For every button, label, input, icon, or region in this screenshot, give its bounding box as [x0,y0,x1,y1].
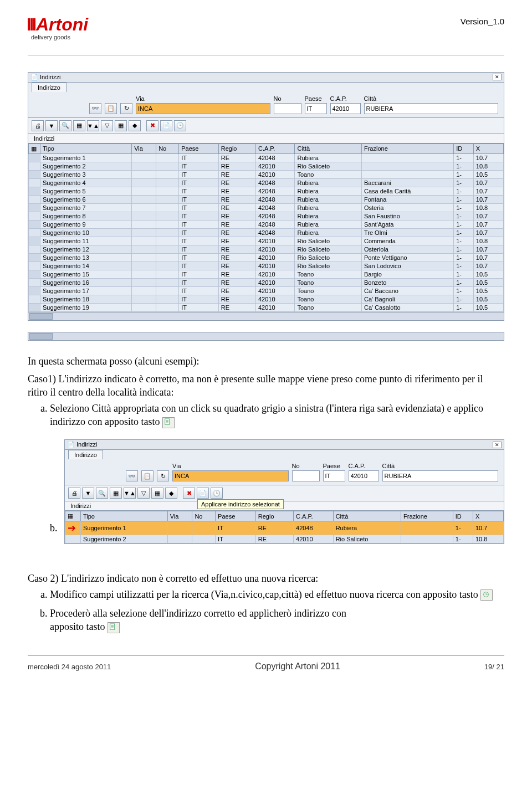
table-row[interactable]: Suggerimento 13ITRE42010Rio SalicetoPont… [29,253,504,262]
table-row[interactable]: Suggerimento 9ITRE42048RubieraSant'Agata… [29,220,504,228]
filter-icon[interactable]: ▼ [82,488,94,499]
copy-icon[interactable]: 📋 [141,470,154,481]
find-icon[interactable]: 🔍 [59,120,71,131]
caso1-text: Caso1) L'indirizzo indicato è corretto, … [28,372,504,399]
window-title-2: 📄 Indirizzi [67,441,97,448]
page-footer: mercoledì 24 agosto 2011 Copyright Arton… [28,655,504,671]
via-input[interactable] [136,103,270,114]
address-form-2: 👓 📋 ↻ Via No Paese C.A.P. Città [65,459,504,485]
citta-input[interactable] [364,103,499,114]
footer-copyright: Copyright Artoni 2011 [255,662,340,671]
cap-input[interactable] [330,103,361,114]
grid-icon[interactable]: ▦ [151,488,163,499]
export-icon[interactable]: ◆ [165,488,177,499]
window-title: 📄 Indirizzi [30,74,60,81]
sort-icon[interactable]: ▼▲ [124,488,136,499]
glasses-icon[interactable]: 👓 [126,470,138,481]
paese-input[interactable] [305,103,327,114]
scrollbar-horizontal[interactable] [28,312,504,320]
close-icon[interactable]: ✕ [493,74,502,80]
find-icon[interactable]: 🔍 [96,488,108,499]
table-row[interactable]: Suggerimento 12ITRE42010Rio SalicetoOste… [29,245,504,253]
refresh-icon[interactable]: ↻ [157,470,169,481]
table-row[interactable]: Suggerimento 14ITRE42010Rio SalicetoSan … [29,262,504,270]
version-label: Version_1.0 [461,17,504,26]
table-row[interactable]: Suggerimento 3ITRE42010Toano1-10.5 [29,170,504,178]
footer-date: mercoledì 24 agosto 2011 [28,663,111,671]
export-icon[interactable]: ◆ [129,120,141,131]
close-icon-2[interactable]: ✕ [493,442,502,448]
sap-window-2: 📄 Indirizzi ✕ Indirizzo 👓 📋 ↻ Via No Pae… [64,439,504,544]
tooltip-apply: Applicare indirizzo selezionat [197,499,284,509]
table-row[interactable]: Suggerimento 10ITRE42048RubieraTre Olmi1… [29,228,504,237]
columns-icon[interactable]: ▦ [110,488,122,499]
table-row[interactable]: Suggerimento 5ITRE42048RubieraCasa della… [29,187,504,195]
table-row[interactable]: Suggerimento 7ITRE42048RubieraOsteria1-1… [29,203,504,212]
apply-address-icon-2 [108,622,120,633]
cap-label: C.A.P. [330,95,361,102]
refresh-icon[interactable]: ↻ [120,103,132,114]
glasses-icon[interactable]: 👓 [89,103,101,114]
table-row[interactable]: Suggerimento 1ITRE42048Rubiera1-10.7 [29,153,504,162]
columns-icon[interactable]: ▦ [73,120,85,131]
no-label: No [274,95,301,102]
table-row[interactable]: Suggerimento 4ITRE42048RubieraBaccarani1… [29,178,504,187]
sort2-icon[interactable]: ▽ [137,488,150,499]
col-regio: Regio [218,143,255,153]
table-subhead-2: Indirizzi [65,501,504,511]
no-input-2[interactable] [292,470,320,481]
table-row[interactable]: Suggerimento 2ITRE42010Rio Saliceto1-10.… [29,162,504,170]
toolbar-2: 🖨 ▼ 🔍 ▦ ▼▲ ▽ ▦ ◆ ✖ 📄 Applicare indirizzo… [65,485,504,501]
table-row[interactable]: Suggerimento 2ITRE42010Rio Saliceto1-10.… [65,535,504,544]
col-citta: Città [295,143,362,153]
table-row[interactable]: Suggerimento 6ITRE42048RubieraFontana1-1… [29,195,504,203]
col-cap: C.A.P. [255,143,294,153]
cap-input-2[interactable] [349,470,379,481]
no-input[interactable] [274,103,301,114]
apply-icon[interactable]: 📄 [160,120,172,131]
paese-label: Paese [305,95,327,102]
table-row[interactable]: ➔Suggerimento 1ITRE42048Rubiera1-10.7 [65,521,504,535]
caso1-step-b: b. [50,522,64,534]
caso2-step-b: Procederò alla selezione dell'indirizzo … [50,607,504,634]
citta-input-2[interactable] [382,470,499,481]
col-tipo: Tipo [40,143,132,153]
filter-icon[interactable]: ▼ [45,120,58,131]
print-icon[interactable]: 🖨 [32,120,44,131]
table-row[interactable]: Suggerimento 19ITRE42010ToanoCa' Casalot… [29,303,504,311]
paese-input-2[interactable] [323,470,345,481]
via-label: Via [136,95,270,102]
via-input-2[interactable] [172,470,289,481]
caso1-step-a: Seleziono Città appropriata con un click… [50,402,504,429]
delete-icon[interactable]: ✖ [146,120,158,131]
print-icon[interactable]: 🖨 [68,488,80,499]
suggestions-table-2: ▦ Tipo Via No Paese Regio C.A.P. Città F… [65,511,504,544]
grid-icon[interactable]: ▦ [115,120,127,131]
logo-subtitle: delivery goods [31,34,88,40]
caso2-step-a: Modifico campi utilizzatti per la ricerc… [50,588,504,601]
tab-indirizzo-2[interactable]: Indirizzo [68,450,103,459]
clock-icon[interactable]: 🕒 [174,120,186,131]
col-rowselector: ▦ [29,143,40,153]
clock-icon[interactable]: 🕒 [211,488,223,499]
table-row[interactable]: Suggerimento 15ITRE42010ToanoBargio1-10.… [29,270,504,278]
outer-scrollbar[interactable] [28,332,504,341]
col-via: Via [132,143,156,153]
svg-rect-7 [110,624,115,630]
sort-icon[interactable]: ▼▲ [87,120,99,131]
table-row[interactable]: Suggerimento 18ITRE42010ToanoCa' Bagnoli… [29,295,504,303]
toolbar: 🖨 ▼ 🔍 ▦ ▼▲ ▽ ▦ ◆ ✖ 📄 🕒 [28,117,504,134]
tab-indirizzo[interactable]: Indirizzo [32,83,66,92]
table-row[interactable]: Suggerimento 11ITRE42010Rio SalicetoComm… [29,237,504,245]
copy-icon[interactable]: 📋 [105,103,117,114]
apply-selected-icon[interactable]: 📄 Applicare indirizzo selezionat [197,488,209,499]
sort2-icon[interactable]: ▽ [101,120,113,131]
col-id: ID [454,143,474,153]
table-row[interactable]: Suggerimento 17ITRE42010ToanoCa' Baccano… [29,286,504,295]
col-x: X [473,143,503,153]
table-row[interactable]: Suggerimento 8ITRE42048RubieraSan Fausti… [29,212,504,220]
page-header: Artoni delivery goods Version_1.0 [28,17,504,55]
caso2-text: Caso 2) L'indirizzo indicato non è corre… [28,572,504,585]
table-row[interactable]: Suggerimento 16ITRE42010ToanoBonzeto1-10… [29,278,504,286]
delete-icon[interactable]: ✖ [183,488,195,499]
